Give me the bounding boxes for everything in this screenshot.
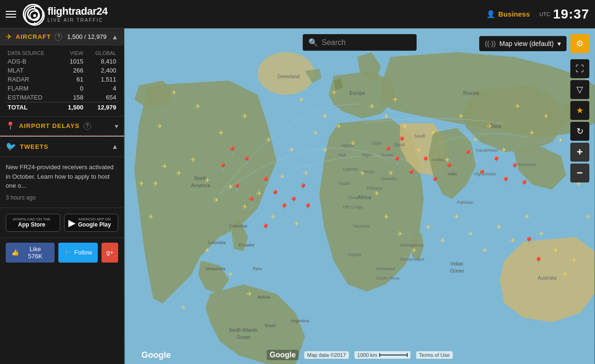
zoom-out-button[interactable]: − (570, 164, 589, 182)
plane-icon: ✈ (440, 237, 446, 244)
col-global: GLOBAL (85, 49, 118, 57)
map-top-right-controls: ((·)) Map view (default) ▾ ⚙ (479, 34, 589, 53)
plane-icon: ✈ (501, 146, 507, 154)
airport-delays-label: AIRPORT DELAYS (19, 122, 80, 129)
tweet-time: 3 hours ago (6, 193, 118, 202)
settings-button[interactable]: ⚙ (570, 34, 589, 53)
total-label: TOTAL (6, 102, 60, 113)
refresh-button[interactable]: ↻ (570, 122, 589, 141)
airport-pin: 📍 (261, 223, 270, 232)
svg-text:Europe: Europe (350, 91, 365, 96)
app-store-name: App Store (13, 221, 50, 228)
business-button[interactable]: 👤 Business (486, 10, 530, 18)
svg-text:Angola: Angola (348, 252, 361, 257)
airport-pin: 📍 (524, 237, 534, 246)
plane-icon: ✈ (543, 112, 549, 120)
svg-text:Indian: Indian (450, 261, 463, 266)
plane-icon: ✈ (266, 136, 271, 144)
airport-delays-section[interactable]: 📍 AIRPORT DELAYS ? ▾ (0, 116, 124, 136)
aircraft-chevron-icon[interactable]: ▲ (112, 33, 118, 41)
airport-pin: 📍 (534, 256, 543, 265)
svg-rect-55 (379, 353, 380, 357)
airport-pin: 📍 (289, 196, 298, 205)
plane-icon: ✈ (228, 270, 233, 278)
facebook-like-button[interactable]: 👍 Like 576K (6, 243, 55, 263)
facebook-icon: 👍 (11, 249, 19, 256)
plane-icon: ✈ (195, 102, 201, 110)
google-play-text: ANDROID APP ON Google Play (78, 217, 111, 228)
filter-button[interactable]: ▽ (570, 80, 589, 99)
svg-text:Libya: Libya (372, 141, 382, 146)
plane-icon: ✈ (482, 246, 488, 254)
table-row: ADS-B 1015 8,410 (6, 57, 118, 66)
svg-text:Mali: Mali (338, 153, 346, 157)
plane-icon: ✈ (270, 213, 276, 220)
view-flarm: 0 (60, 84, 85, 93)
map-right-controls: ⛶ ▽ ★ ↻ + − (570, 59, 589, 182)
tweets-chevron-icon[interactable]: ▲ (112, 143, 118, 150)
svg-text:Kazakhstan: Kazakhstan (476, 148, 498, 153)
fullscreen-button[interactable]: ⛶ (570, 59, 589, 78)
airport-pin: 📍 (407, 169, 416, 178)
plane-icon: ✈ (157, 122, 163, 130)
airport-pin: 📍 (261, 176, 270, 185)
plane-icon: ✈ (313, 129, 318, 136)
map-area[interactable]: Greenland North America Russia China Afr… (124, 28, 595, 364)
plane-icon: ✈ (218, 129, 224, 136)
svg-text:South Africa: South Africa (376, 276, 400, 281)
tweets-bar: 🐦 TWEETS ▲ (0, 136, 124, 157)
aircraft-help-button[interactable]: ? (55, 33, 62, 41)
airport-pin: 📍 (477, 169, 487, 178)
app-store-button[interactable]: Download on the App Store (6, 214, 60, 232)
plane-icon: ✈ (139, 180, 144, 187)
google-play-button[interactable]: ▶ ANDROID APP ON Google Play (64, 214, 119, 232)
google-plus-button[interactable]: g+ (102, 243, 118, 263)
clock-display: 19:37 (553, 7, 589, 22)
hamburger-menu[interactable] (6, 11, 16, 18)
map-background: Greenland North America Russia China Afr… (124, 28, 595, 364)
zoom-in-button[interactable]: + (570, 143, 589, 162)
view-estimated: 158 (60, 93, 85, 102)
airport-pin: 📍 (445, 163, 454, 172)
airport-pin: 📍 (242, 156, 251, 165)
terms-link[interactable]: Terms of Use (416, 351, 453, 359)
plane-icon: ✈ (176, 169, 182, 177)
plane-icon: ✈ (392, 96, 398, 103)
plane-icon: ✈ (383, 213, 389, 220)
plane-icon: ✈ (529, 129, 535, 136)
android-icon: ▶ (68, 217, 75, 228)
delays-help-button[interactable]: ? (84, 122, 91, 130)
aircraft-count: 1,500 / 12,979 (67, 33, 106, 40)
svg-text:Ecuador: Ecuador (239, 243, 255, 247)
svg-text:South Atlantic: South Atlantic (229, 328, 258, 333)
airport-pin: 📍 (270, 190, 280, 199)
svg-text:Ocean: Ocean (450, 268, 464, 273)
svg-text:Brazil: Brazil (265, 323, 276, 328)
plane-icon: ✈ (350, 139, 356, 147)
plane-icon: ✈ (454, 213, 459, 220)
svg-text:Argentina: Argentina (291, 318, 309, 323)
header-left: flightradar24 LIVE AIR TRAFFIC (6, 4, 108, 25)
plane-icon: ✈ (515, 102, 521, 110)
social-buttons: 👍 Like 576K 🐦 Follow g+ (0, 238, 124, 267)
airport-pin: 📍 (218, 163, 228, 172)
plane-icon: ✈ (586, 213, 591, 220)
map-view-button[interactable]: ((·)) Map view (default) ▾ (479, 36, 567, 51)
search-input-wrap[interactable]: 🔍 (303, 34, 417, 51)
logo-sub: LIVE AIR TRAFFIC (47, 18, 108, 23)
col-source: DATA SOURCE (6, 49, 60, 57)
refresh-icon: ↻ (576, 126, 584, 136)
filter-icon: ▽ (576, 84, 583, 95)
delays-chevron-icon[interactable]: ▾ (115, 122, 118, 130)
svg-text:Colombia: Colombia (208, 240, 226, 245)
favorites-button[interactable]: ★ (570, 101, 589, 120)
svg-text:Australia: Australia (538, 275, 557, 281)
logo-name: flightradar24 (47, 5, 108, 18)
svg-text:India: India (447, 172, 457, 176)
plane-icon: ✈ (214, 196, 219, 204)
twitter-follow-button[interactable]: 🐦 Follow (58, 243, 98, 263)
airport-pin: 📍 (232, 183, 242, 192)
svg-text:Saudi: Saudi (414, 134, 425, 138)
plane-icon: ✈ (553, 246, 558, 254)
search-input[interactable] (322, 38, 411, 47)
